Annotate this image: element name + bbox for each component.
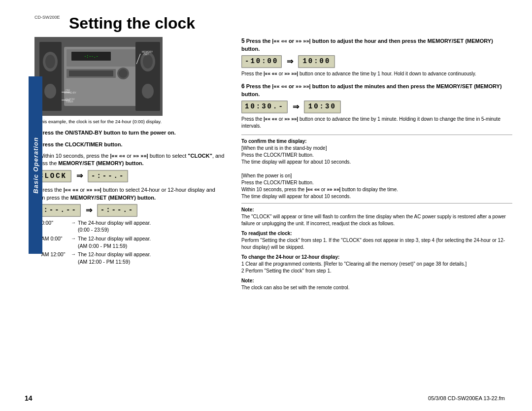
step-6-number: 6	[241, 83, 245, 90]
confirm-standby-text: Press the CLOCK/TIMER button.The time di…	[241, 152, 512, 166]
page-wrapper: Basic Operation CD-SW200E Setting the cl…	[0, 0, 532, 411]
note1-title: Note:	[241, 206, 512, 213]
step-6-desc: Press the |«« «« or »» »»| button once t…	[241, 116, 512, 130]
confirm-title: To confirm the time display:	[241, 138, 512, 145]
sub-item-0: "0:00" → The 24-hour display will appear…	[39, 219, 227, 234]
change-title: To change the 24-hour or 12-hour display…	[241, 254, 512, 261]
confirm-section: To confirm the time display: [When the u…	[241, 138, 512, 200]
footer-model: 05/3/08 CD-SW200EA 13-22.fm	[428, 395, 505, 401]
sidebar-label: Basic Operation	[32, 137, 39, 194]
svg-point-16	[142, 84, 154, 99]
confirm-when-standby: [When the unit is in the stand-by mode]	[241, 145, 512, 152]
step-6-text: Press the |«« «« or »» »»| button to adj…	[241, 83, 502, 97]
note2-text: The clock can also be set with the remot…	[241, 284, 512, 291]
step-4-display-row: -:--.-- ⇒ -:--.-	[34, 204, 227, 217]
change-section: To change the 24-hour or 12-hour display…	[241, 254, 512, 274]
sub-arrow-2: →	[71, 251, 76, 258]
note1-section: Note: The "CLOCK" will appear or time wi…	[241, 206, 512, 227]
right-column: 5 Press the |«« «« or »» »»| button to a…	[236, 37, 512, 294]
svg-text:TIMER: TIMER	[66, 100, 73, 103]
svg-rect-6	[69, 70, 113, 76]
step-5: 5 Press the |«« «« or »» »»| button to a…	[241, 37, 512, 77]
step-5-display-row: -10:00 ⇒ 10:00	[241, 55, 512, 68]
readjust-text: Perform "Setting the clock" from step 1.…	[241, 237, 512, 251]
svg-point-15	[143, 55, 153, 68]
sub-label-1: "AM 0:00"	[39, 235, 69, 242]
step-4: 4 Press the |«« «« or »» »»| button to s…	[34, 186, 227, 266]
readjust-title: To readjust the clock:	[241, 230, 512, 237]
sub-label-2: "AM 12:00"	[39, 251, 69, 258]
page-title: Setting the clock	[69, 15, 512, 32]
change-item-2: 2 Perform "Setting the clock" from step …	[241, 268, 512, 274]
sub-item-2: "AM 12:00" → The 12-hour display will ap…	[39, 251, 227, 265]
step-5-display-right: 10:00	[298, 55, 335, 68]
note2-title: Note:	[241, 277, 512, 284]
step-6-display-right: 10:30	[304, 101, 341, 113]
step-2: 2 Press the CLOCK/TIMER button.	[34, 141, 227, 148]
step-5-text: Press the |«« «« or »» »»| button to adj…	[241, 38, 493, 52]
step-6-display-left: 10:30.-	[241, 101, 288, 113]
svg-point-12	[44, 84, 56, 99]
sub-desc-2: The 12-hour display will appear. (AM 12:…	[78, 251, 151, 265]
device-svg: -:--.-	[34, 37, 163, 116]
footer: 14 05/3/08 CD-SW200EA 13-22.fm	[0, 394, 532, 402]
step-4-arrow: ⇒	[86, 205, 92, 216]
change-item-1: 1 Clear all the programmed contents. [Re…	[241, 261, 512, 268]
sub-label-0: "0:00"	[39, 219, 69, 227]
step-3-display-right: -:--.-	[88, 170, 128, 183]
step-6-display-row: 10:30.- ⇒ 10:30	[241, 101, 512, 113]
step-1-text: Press the ON/STAND-BY button to turn the…	[39, 130, 176, 136]
caption-text: In this example, the clock is set for th…	[34, 119, 227, 124]
device-image: -:--.-	[34, 37, 163, 116]
header-area: CD-SW200E Setting the clock	[34, 15, 512, 32]
svg-point-11	[45, 55, 55, 68]
svg-text:-:--.-: -:--.-	[84, 54, 99, 59]
svg-text:STAND-BY: STAND-BY	[64, 91, 77, 94]
confirm-when-on: [When the power is on]	[241, 172, 512, 179]
main-content: -:--.-	[34, 37, 512, 294]
readjust-section: To readjust the clock: Perform "Setting …	[241, 230, 512, 251]
sub-desc-1: The 12-hour display will appear. (AM 0:0…	[78, 235, 151, 249]
step-4-text: Press the |«« «« or »» »»| button to sel…	[34, 187, 215, 200]
step-3: 3 Within 10 seconds, press the |«« «« or…	[34, 152, 227, 182]
left-column: -:--.-	[34, 37, 227, 294]
step-3-arrow: ⇒	[76, 171, 83, 181]
step-5-display-left: -10:00	[241, 55, 282, 68]
step-5-number: 5	[241, 37, 245, 44]
sub-item-1: "AM 0:00" → The 12-hour display will app…	[39, 235, 227, 249]
note1-text: The "CLOCK" will appear or time will fla…	[241, 213, 512, 227]
step-5-desc: Press the |«« «« or »» »»| button once t…	[241, 70, 512, 77]
step-3-display-row: CLOCK ⇒ -:--.-	[34, 170, 227, 183]
step-3-text: Within 10 seconds, press the |«« «« or »…	[34, 153, 224, 166]
sub-desc-0: The 24-hour display will appear. (0:00 -…	[78, 219, 151, 234]
model-number: CD-SW200E	[34, 15, 60, 20]
sub-arrow-1: →	[71, 235, 76, 242]
step-2-text: Press the CLOCK/TIMER button.	[39, 141, 122, 147]
sub-arrow-0: →	[71, 219, 76, 226]
step-1: 1 Press the ON/STAND-BY button to turn t…	[34, 129, 227, 137]
note2-section: Note: The clock can also be set with the…	[241, 277, 512, 291]
step-6: 6 Press the |«« «« or »» »»| button to a…	[241, 82, 512, 130]
step-5-arrow: ⇒	[287, 56, 293, 67]
svg-point-8	[119, 69, 128, 78]
page-number: 14	[25, 394, 33, 402]
step-4-display-right: -:--.-	[97, 204, 137, 217]
svg-text:/SET: /SET	[143, 53, 149, 56]
step-6-arrow: ⇒	[293, 102, 299, 112]
sidebar-tab: Basic Operation	[29, 76, 42, 254]
confirm-on-text: Press the CLOCK/TIMER button. Within 10 …	[241, 179, 512, 200]
step-4-sub-items: "0:00" → The 24-hour display will appear…	[39, 219, 227, 266]
